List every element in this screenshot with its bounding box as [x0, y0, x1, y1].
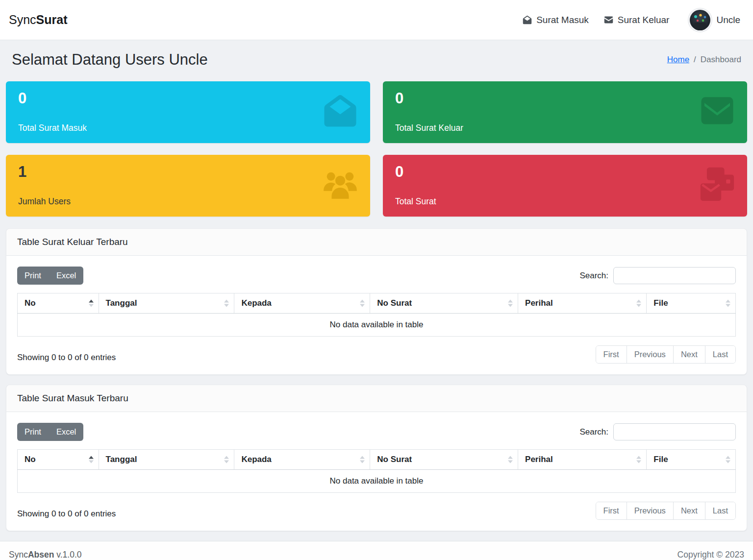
- export-button-group: Print Excel: [17, 423, 83, 441]
- export-button-group: Print Excel: [17, 267, 83, 285]
- previous-page-button[interactable]: Previous: [627, 502, 673, 519]
- next-page-button[interactable]: Next: [673, 346, 705, 363]
- nav-surat-masuk-label: Surat Masuk: [536, 15, 589, 25]
- previous-page-button[interactable]: Previous: [627, 346, 673, 363]
- card-body: Print Excel Search: No Tanggal Kepada No…: [6, 256, 747, 374]
- datatable-search: Search:: [579, 267, 736, 284]
- sort-icon: [224, 300, 229, 307]
- nav-surat-keluar-label: Surat Keluar: [618, 15, 670, 25]
- column-header-perihal[interactable]: Perihal: [518, 450, 647, 470]
- nav-surat-keluar[interactable]: Surat Keluar: [603, 15, 670, 25]
- sort-icon: [89, 300, 94, 307]
- column-label: Perihal: [525, 298, 553, 308]
- entries-info: Showing 0 to 0 of 0 entries: [17, 353, 116, 364]
- mail-bulk-icon: [698, 165, 736, 203]
- envelope-icon: [698, 92, 736, 130]
- brand-suffix: Surat: [36, 13, 68, 26]
- excel-button[interactable]: Excel: [49, 423, 83, 441]
- column-header-perihal[interactable]: Perihal: [518, 293, 647, 314]
- card-surat-masuk-terbaru: Table Surat Masuk Terbaru Print Excel Se…: [6, 385, 747, 531]
- column-header-no[interactable]: No: [18, 450, 99, 470]
- stat-card-jumlah-users: 1 Jumlah Users: [6, 155, 370, 217]
- footer-copyright: Copyright © 2023: [678, 550, 744, 560]
- column-label: No: [25, 455, 36, 464]
- datatable-search: Search:: [579, 423, 736, 440]
- column-header-no-surat[interactable]: No Surat: [370, 293, 518, 314]
- stat-label: Total Surat: [395, 196, 735, 207]
- breadcrumb: Home / Dashboard: [667, 55, 741, 65]
- search-input[interactable]: [613, 423, 736, 440]
- sort-icon: [636, 300, 641, 307]
- envelope-open-icon: [321, 92, 359, 130]
- column-header-kepada[interactable]: Kepada: [234, 450, 370, 470]
- surat-masuk-table: No Tanggal Kepada No Surat Perihal File …: [17, 449, 736, 493]
- column-label: No Surat: [377, 298, 412, 308]
- column-label: Tanggal: [106, 455, 137, 464]
- envelope-open-icon: [522, 15, 532, 25]
- last-page-button[interactable]: Last: [705, 346, 735, 363]
- first-page-button[interactable]: First: [596, 346, 627, 363]
- column-label: Perihal: [525, 455, 553, 464]
- column-label: Tanggal: [106, 298, 137, 308]
- brand-logo[interactable]: SyncSurat: [9, 13, 68, 27]
- breadcrumb-home-link[interactable]: Home: [667, 55, 689, 65]
- sort-icon: [726, 456, 730, 463]
- empty-message: No data available in table: [18, 470, 736, 493]
- user-menu[interactable]: Uncle: [690, 10, 740, 30]
- first-page-button[interactable]: First: [596, 502, 627, 519]
- stat-label: Total Surat Masuk: [18, 123, 358, 133]
- sort-icon: [508, 456, 513, 463]
- column-header-kepada[interactable]: Kepada: [234, 293, 370, 314]
- stat-value: 0: [395, 163, 735, 181]
- column-label: File: [653, 298, 668, 308]
- stat-card-surat-masuk: 0 Total Surat Masuk: [6, 81, 370, 143]
- last-page-button[interactable]: Last: [705, 502, 735, 519]
- datatable-toolbar: Print Excel Search:: [17, 267, 736, 285]
- table-header-row: No Tanggal Kepada No Surat Perihal File: [18, 450, 736, 470]
- datatable-footer: Showing 0 to 0 of 0 entries First Previo…: [17, 345, 736, 364]
- sort-icon: [89, 456, 94, 463]
- column-label: Kepada: [241, 455, 271, 464]
- user-name: Uncle: [716, 15, 740, 25]
- column-header-file[interactable]: File: [647, 450, 736, 470]
- column-header-file[interactable]: File: [647, 293, 736, 314]
- search-label: Search:: [579, 271, 608, 281]
- stat-card-surat-keluar: 0 Total Surat Keluar: [383, 81, 747, 143]
- page-header: Selamat Datang Users Uncle Home / Dashbo…: [6, 47, 747, 69]
- datatable-footer: Showing 0 to 0 of 0 entries First Previo…: [17, 502, 736, 520]
- empty-message: No data available in table: [18, 314, 736, 337]
- column-header-no[interactable]: No: [18, 293, 99, 314]
- empty-row: No data available in table: [18, 314, 736, 337]
- column-header-tanggal[interactable]: Tanggal: [99, 450, 234, 470]
- sort-icon: [636, 456, 641, 463]
- column-header-tanggal[interactable]: Tanggal: [99, 293, 234, 314]
- brand-prefix: Sync: [9, 13, 36, 26]
- card-body: Print Excel Search: No Tanggal Kepada No…: [6, 412, 747, 531]
- sort-icon: [508, 300, 513, 307]
- search-input[interactable]: [613, 267, 736, 284]
- footer-brand-prefix: Sync: [9, 550, 28, 560]
- pagination: First Previous Next Last: [596, 345, 736, 364]
- stat-value: 0: [18, 89, 358, 107]
- sort-icon: [360, 456, 365, 463]
- page-footer: SyncAbsen v.1.0.0 Copyright © 2023: [0, 541, 753, 560]
- print-button[interactable]: Print: [17, 267, 49, 285]
- nav-surat-masuk[interactable]: Surat Masuk: [522, 15, 589, 25]
- stat-value: 0: [395, 89, 735, 107]
- column-label: No: [25, 298, 36, 308]
- main-content: Selamat Datang Users Uncle Home / Dashbo…: [0, 40, 753, 541]
- print-button[interactable]: Print: [17, 423, 49, 441]
- column-header-no-surat[interactable]: No Surat: [370, 450, 518, 470]
- stat-label: Jumlah Users: [18, 196, 358, 207]
- stat-label: Total Surat Keluar: [395, 123, 735, 133]
- stats-grid: 0 Total Surat Masuk 0 Total Surat Keluar…: [6, 81, 747, 217]
- navbar-right: Surat Masuk Surat Keluar: [522, 10, 744, 30]
- sort-icon: [726, 300, 730, 307]
- excel-button[interactable]: Excel: [49, 267, 83, 285]
- next-page-button[interactable]: Next: [673, 502, 705, 519]
- column-label: No Surat: [377, 455, 412, 464]
- footer-brand-suffix: Absen: [28, 550, 54, 560]
- search-label: Search:: [579, 427, 608, 437]
- surat-keluar-table: No Tanggal Kepada No Surat Perihal File …: [17, 293, 736, 337]
- stat-value: 1: [18, 163, 358, 181]
